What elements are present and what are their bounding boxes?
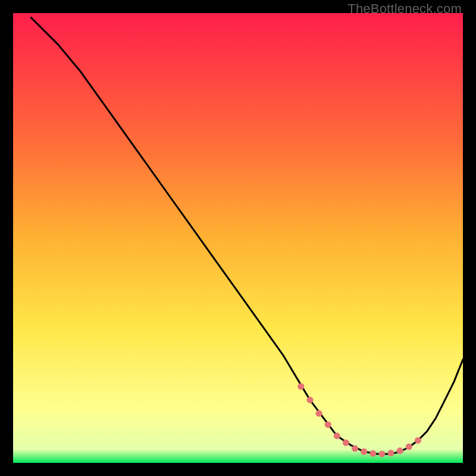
watermark-text: TheBottleneck.com bbox=[347, 1, 462, 17]
highlight-dot bbox=[415, 437, 421, 444]
highlight-dot bbox=[369, 450, 376, 457]
highlight-dot bbox=[388, 450, 394, 456]
highlight-dot bbox=[406, 443, 412, 450]
highlight-dot bbox=[378, 450, 385, 457]
highlight-dot bbox=[397, 447, 403, 454]
highlight-dot bbox=[361, 449, 367, 455]
highlight-dot bbox=[316, 410, 322, 416]
chart-frame bbox=[13, 13, 463, 463]
highlight-dot bbox=[343, 440, 349, 446]
highlight-dot bbox=[307, 397, 314, 403]
highlight-dot bbox=[352, 445, 358, 452]
highlight-dot bbox=[298, 383, 304, 390]
highlight-dot bbox=[334, 433, 340, 439]
highlight-dot bbox=[325, 421, 331, 428]
bottleneck-plot bbox=[13, 13, 463, 463]
gradient-background bbox=[13, 13, 463, 463]
